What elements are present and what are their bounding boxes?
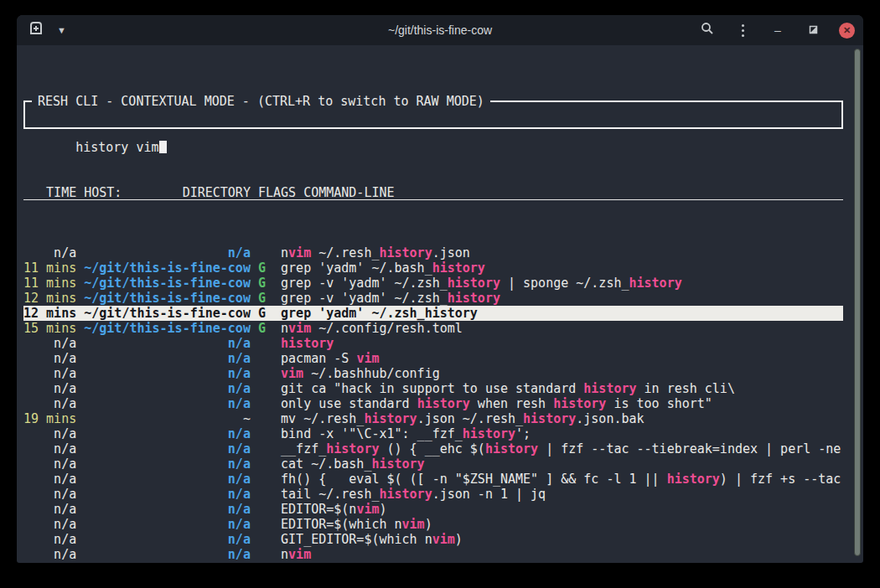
- history-row[interactable]: 12 mins ~/git/this-is-fine-cow G grep -v…: [23, 291, 843, 306]
- close-button[interactable]: ✕: [839, 23, 855, 39]
- history-row[interactable]: n/a n/a bind -x '"\C-x1": __fzf_history'…: [23, 426, 843, 441]
- history-row[interactable]: n/a n/a nvim: [23, 547, 843, 562]
- search-box-label: RESH CLI - CONTEXTUAL MODE - (CTRL+R to …: [32, 94, 490, 109]
- history-row[interactable]: n/a n/a vim ~/.bashhub/config: [23, 366, 843, 381]
- history-row[interactable]: 12 mins ~/git/this-is-fine-cow G grep 'y…: [23, 306, 843, 321]
- history-row[interactable]: 15 mins ~/git/this-is-fine-cow G nvim ~/…: [23, 321, 843, 336]
- history-row[interactable]: n/a n/a tail ~/.resh_history.json -n 1 |…: [23, 487, 843, 502]
- history-row[interactable]: n/a n/a nvim ~/.resh_history.json: [23, 245, 843, 260]
- history-row[interactable]: n/a n/a EDITOR=$(nvim): [23, 502, 843, 517]
- history-row[interactable]: n/a n/a __fzf_history () { __ehc $(histo…: [23, 441, 843, 456]
- history-row[interactable]: 11 mins ~/git/this-is-fine-cow G grep -v…: [23, 276, 843, 291]
- history-row[interactable]: n/a n/a fh() { eval $( ([ -n "$ZSH_NAME"…: [23, 472, 843, 487]
- minimize-icon: –: [774, 26, 781, 34]
- menu-button[interactable]: [733, 21, 752, 39]
- history-row[interactable]: n/a n/a GIT_EDITOR=$(which nvim): [23, 532, 843, 547]
- search-icon: [701, 22, 714, 39]
- close-icon: ✕: [843, 25, 851, 36]
- minimize-button[interactable]: –: [769, 21, 787, 39]
- history-row[interactable]: n/a n/a which nvim: [23, 562, 843, 563]
- history-row[interactable]: n/a n/a cat ~/.bash_history: [23, 456, 843, 472]
- table-header: TIME HOST: DIRECTORY FLAGS COMMAND-LINE: [23, 185, 843, 200]
- history-row[interactable]: n/a n/a pacman -S vim: [23, 351, 843, 366]
- terminal-content: RESH CLI - CONTEXTUAL MODE - (CTRL+R to …: [17, 45, 863, 563]
- new-tab-icon: [28, 22, 44, 39]
- terminal-window: ▼ ~/git/this-is-fine-cow –: [17, 15, 863, 563]
- history-rows: n/a n/a nvim ~/.resh_history.json11 mins…: [23, 245, 843, 563]
- search-input[interactable]: history vim: [75, 140, 158, 155]
- search-button[interactable]: [698, 21, 717, 39]
- kebab-menu-icon: [742, 24, 744, 37]
- restore-icon: [809, 23, 818, 38]
- scrollbar[interactable]: [854, 49, 861, 556]
- chevron-down-icon[interactable]: ▼: [57, 25, 66, 35]
- history-row[interactable]: n/a n/a git ca "hack in support to use s…: [23, 381, 843, 396]
- history-row[interactable]: n/a n/a only use standard history when r…: [23, 396, 843, 411]
- history-row[interactable]: 19 mins ~ mv ~/.resh_history.json ~/.res…: [23, 411, 843, 426]
- search-box: RESH CLI - CONTEXTUAL MODE - (CTRL+R to …: [23, 101, 843, 129]
- history-row[interactable]: n/a n/a EDITOR=$(which nvim): [23, 517, 843, 532]
- history-row[interactable]: 11 mins ~/git/this-is-fine-cow G grep 'y…: [23, 260, 843, 276]
- new-tab-button[interactable]: [25, 21, 47, 39]
- titlebar: ▼ ~/git/this-is-fine-cow –: [17, 15, 863, 45]
- restore-button[interactable]: [804, 21, 822, 39]
- text-cursor: [159, 141, 167, 153]
- history-row[interactable]: n/a n/a history: [23, 336, 843, 351]
